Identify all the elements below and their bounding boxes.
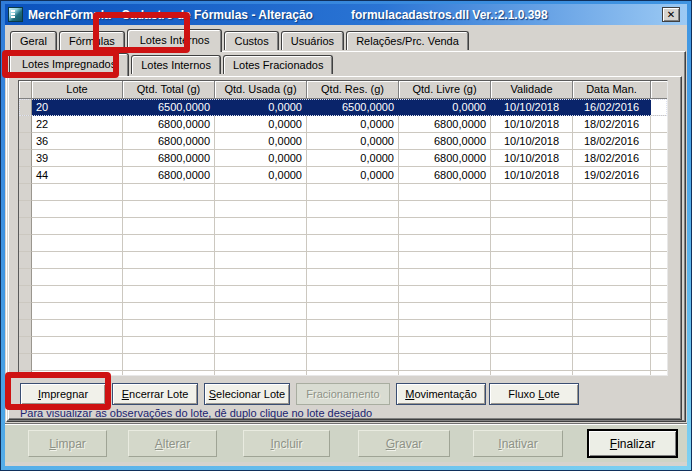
cell-qtd-total-g — [123, 269, 215, 286]
column-header-qtd-usada-g[interactable]: Qtd. Usada (g) — [215, 81, 307, 99]
cell-validade — [491, 269, 573, 286]
cell-qtd-usada-g — [215, 320, 307, 337]
cell-data-man — [573, 252, 651, 269]
cell-lote — [32, 354, 123, 371]
cell-qtd-usada-g — [215, 286, 307, 303]
cell-lote: 36 — [32, 133, 123, 150]
grid-empty-row — [19, 252, 667, 269]
cell-qtd-livre-g — [399, 320, 491, 337]
cell-lote — [32, 320, 123, 337]
cell-data-man: 18/02/2016 — [573, 133, 651, 150]
close-button[interactable]: ✕ — [662, 7, 680, 22]
column-header-qtd-livre-g[interactable]: Qtd. Livre (g) — [399, 81, 491, 99]
grid-row-lote-39[interactable]: 396800,00000,00000,00006800,000010/10/20… — [19, 150, 667, 167]
tab-custos[interactable]: Custos — [224, 31, 278, 50]
cell-data-man: 16/02/2016 — [573, 99, 651, 116]
cell-qtd-total-g — [123, 235, 215, 252]
tab-relacoes-prc-venda[interactable]: Relações/Prc. Venda — [346, 31, 469, 50]
grid-empty-row — [19, 184, 667, 201]
cell-qtd-usada-g — [215, 218, 307, 235]
tab-geral[interactable]: Geral — [10, 31, 57, 50]
cell-qtd-res-g — [307, 269, 399, 286]
movimentacao-button[interactable]: Movimentação — [396, 383, 486, 405]
subtab-lotes-impregnados[interactable]: Lotes Impregnados — [9, 53, 129, 76]
inativar-button: Inativar — [473, 430, 563, 457]
row-indicator — [19, 337, 32, 354]
cell-qtd-livre-g — [399, 354, 491, 371]
column-header-data-man[interactable]: Data Man. — [573, 81, 651, 99]
grid-row-lote-20[interactable]: 206500,00000,00006500,00000,000010/10/20… — [19, 99, 667, 116]
finalizar-button[interactable]: Finalizar — [588, 430, 677, 457]
grid-header-row: LoteQtd. Total (g)Qtd. Usada (g)Qtd. Res… — [19, 81, 667, 99]
cell-lote — [32, 201, 123, 218]
cell-data-man — [573, 303, 651, 320]
cell-data-man — [573, 218, 651, 235]
cell-filler — [651, 371, 668, 376]
cell-qtd-usada-g: 0,0000 — [215, 133, 307, 150]
cell-qtd-res-g — [307, 320, 399, 337]
subtab-lotes-fracionados[interactable]: Lotes Fracionados — [223, 55, 334, 74]
grid-row-lote-44[interactable]: 446800,00000,00000,00006800,000010/10/20… — [19, 167, 667, 184]
bottom-button-panel: LimparAlterarIncluirGravarInativarFinali… — [5, 424, 687, 462]
cell-filler — [651, 184, 668, 201]
cell-validade: 10/10/2018 — [491, 116, 573, 133]
cell-data-man — [573, 371, 651, 376]
cell-lote: 44 — [32, 167, 123, 184]
tab-lotes-internos[interactable]: Lotes Internos — [127, 29, 223, 52]
hint-text: Para visualizar as observações do lote, … — [20, 407, 372, 419]
cell-qtd-total-g — [123, 201, 215, 218]
close-icon: ✕ — [667, 9, 675, 20]
fluxo-lote-button[interactable]: Fluxo Lote — [489, 383, 579, 405]
row-indicator — [19, 201, 32, 218]
title-bar[interactable]: MerchFórmula - Cadastro de Fórmulas - Al… — [5, 4, 687, 25]
cell-qtd-usada-g — [215, 201, 307, 218]
cell-validade — [491, 303, 573, 320]
cell-qtd-livre-g — [399, 371, 491, 376]
tab-usuarios[interactable]: Usuários — [281, 31, 344, 50]
column-header-qtd-res-g[interactable]: Qtd. Res. (g) — [307, 81, 399, 99]
cell-qtd-livre-g — [399, 201, 491, 218]
encerrar-lote-button[interactable]: Encerrar Lote — [112, 383, 198, 405]
cell-lote: 20 — [32, 99, 123, 116]
cell-filler — [651, 303, 668, 320]
cell-qtd-total-g — [123, 218, 215, 235]
cell-qtd-livre-g — [399, 303, 491, 320]
cell-filler — [651, 167, 668, 184]
grid-row-lote-22[interactable]: 226800,00000,00000,00006800,000010/10/20… — [19, 116, 667, 133]
cell-filler — [651, 354, 668, 371]
cell-qtd-livre-g — [399, 235, 491, 252]
app-logo-icon — [8, 7, 23, 22]
impregnar-button[interactable]: Impregnar — [20, 383, 106, 405]
row-indicator — [19, 167, 32, 184]
cell-filler — [651, 252, 668, 269]
selecionar-lote-button[interactable]: Selecionar Lote — [204, 383, 290, 405]
column-header-lote[interactable]: Lote — [32, 81, 123, 99]
cell-qtd-res-g — [307, 303, 399, 320]
column-header-qtd-total-g[interactable]: Qtd. Total (g) — [123, 81, 215, 99]
grid-row-lote-36[interactable]: 366800,00000,00000,00006800,000010/10/20… — [19, 133, 667, 150]
cell-qtd-livre-g: 6800,0000 — [399, 167, 491, 184]
tab-formulas[interactable]: Fórmulas — [59, 31, 125, 50]
cell-qtd-total-g — [123, 320, 215, 337]
fracionamento-button: Fracionamento — [296, 383, 390, 405]
cell-lote: 22 — [32, 116, 123, 133]
cell-qtd-livre-g — [399, 184, 491, 201]
cell-filler — [651, 286, 668, 303]
grid-empty-row — [19, 320, 667, 337]
cell-data-man — [573, 235, 651, 252]
row-indicator — [19, 116, 32, 133]
row-indicator — [19, 218, 32, 235]
cell-validade — [491, 286, 573, 303]
grid-empty-row — [19, 269, 667, 286]
cell-filler — [651, 150, 668, 167]
row-indicator — [19, 133, 32, 150]
cell-qtd-total-g: 6800,0000 — [123, 167, 215, 184]
cell-qtd-usada-g — [215, 303, 307, 320]
cell-lote: 39 — [32, 150, 123, 167]
subtab-lotes-internos[interactable]: Lotes Internos — [131, 55, 221, 74]
row-indicator — [19, 286, 32, 303]
cell-qtd-livre-g — [399, 218, 491, 235]
cell-data-man — [573, 184, 651, 201]
cell-data-man: 18/02/2016 — [573, 150, 651, 167]
column-header-validade[interactable]: Validade — [491, 81, 573, 99]
